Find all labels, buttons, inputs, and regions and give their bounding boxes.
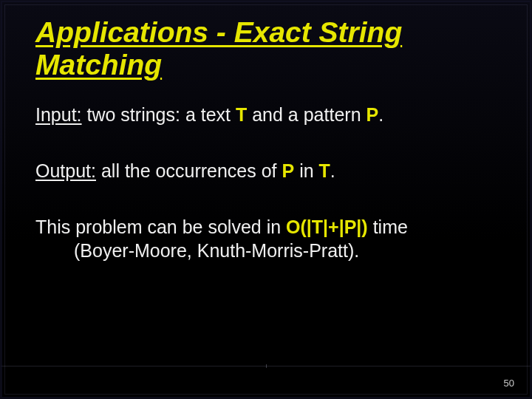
solve-text-after: time xyxy=(368,216,408,237)
symbol-P: P xyxy=(366,104,379,125)
input-line: Input: two strings: a text T and a patte… xyxy=(35,103,499,126)
slide-title: Applications - Exact String Matching xyxy=(35,16,499,81)
output-text-2: in xyxy=(294,160,318,181)
input-label: Input: xyxy=(35,104,82,125)
output-text-end: . xyxy=(330,160,335,181)
output-line: Output: all the occurrences of P in T. xyxy=(35,159,499,183)
solve-line: This problem can be solved in O(|T|+|P|)… xyxy=(35,215,499,262)
output-label: Output: xyxy=(35,160,96,181)
page-number: 50 xyxy=(504,378,514,389)
solve-line-2: (Boyer-Moore, Knuth-Morris-Pratt). xyxy=(35,239,499,262)
symbol-T: T xyxy=(236,104,247,125)
input-text-end: . xyxy=(378,104,383,125)
output-text-1: all the occurrences of xyxy=(96,160,282,181)
solve-text-before: This problem can be solved in xyxy=(35,216,286,237)
big-o-expression: O(|T|+|P|) xyxy=(286,216,368,237)
slide-body: Input: two strings: a text T and a patte… xyxy=(35,103,499,262)
input-text-1: two strings: a text xyxy=(82,104,236,125)
symbol-T-2: T xyxy=(319,160,330,181)
symbol-P-2: P xyxy=(282,160,295,181)
slide: Applications - Exact String Matching Inp… xyxy=(0,0,532,399)
input-text-2: and a pattern xyxy=(247,104,366,125)
divider-notch xyxy=(266,364,267,368)
